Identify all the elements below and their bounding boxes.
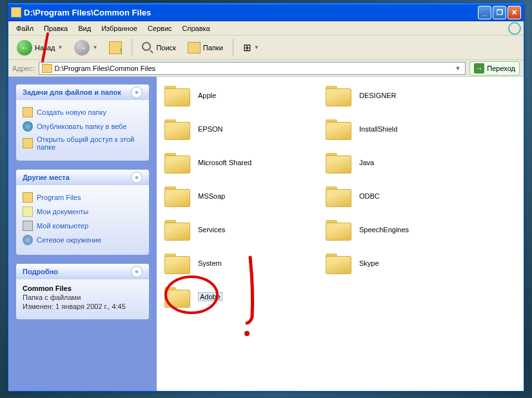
separator	[233, 39, 233, 57]
folder-label: SpeechEngines	[359, 226, 409, 234]
file-list[interactable]: AppleDESIGNEREPSONInstallShieldMicrosoft…	[157, 77, 524, 391]
folder-icon	[23, 192, 33, 203]
place-network[interactable]: Сетевое окружение	[23, 233, 143, 247]
folder-label: EPSON	[198, 125, 223, 133]
go-button[interactable]: → Переход	[469, 61, 520, 75]
details-title: Подробно	[23, 268, 58, 275]
folder-icon	[324, 184, 353, 208]
place-program-files[interactable]: Program Files	[23, 190, 143, 204]
share-icon	[23, 138, 33, 148]
collapse-icon[interactable]: «	[131, 172, 143, 183]
folder-item[interactable]: MSSoap	[163, 184, 318, 208]
folder-item[interactable]: Apple	[163, 83, 318, 108]
search-button[interactable]: Поиск	[137, 39, 180, 57]
menu-favorites[interactable]: Избранное	[96, 23, 143, 34]
address-label: Адрес:	[12, 65, 35, 72]
folder-item[interactable]: Microsoft Shared	[163, 150, 318, 175]
folder-icon	[324, 117, 353, 141]
folder-icon	[11, 7, 21, 17]
folder-label: Services	[198, 226, 225, 234]
network-icon	[23, 235, 33, 245]
details-header[interactable]: Подробно «	[16, 264, 149, 279]
svg-point-1	[244, 331, 250, 336]
menu-help[interactable]: Справка	[177, 23, 215, 34]
folder-icon	[324, 251, 353, 275]
window-title: D:\Program Files\Common Files	[24, 8, 478, 17]
new-folder-icon	[23, 107, 33, 117]
address-input[interactable]: D:\Program Files\Common Files ▼	[39, 62, 466, 75]
folder-icon	[163, 150, 192, 175]
folder-item[interactable]: System	[163, 251, 318, 275]
folder-icon	[324, 150, 353, 175]
up-folder-icon	[109, 41, 122, 54]
sidebar: Задачи для файлов и папок « Создать нову…	[8, 77, 157, 391]
folder-icon	[42, 64, 52, 73]
explorer-window: D:\Program Files\Common Files _ ❐ ✕ Файл…	[8, 3, 524, 392]
folder-label: DESIGNER	[359, 92, 396, 99]
separator	[132, 39, 132, 57]
maximize-button[interactable]: ❐	[493, 6, 506, 19]
chevron-down-icon: ▼	[254, 45, 259, 50]
go-arrow-icon: →	[474, 63, 484, 74]
back-button[interactable]: ← Назад ▼	[12, 37, 67, 59]
folder-item[interactable]: Adobe	[163, 284, 318, 309]
globe-icon	[23, 121, 33, 132]
folder-item[interactable]: SpeechEngines	[324, 217, 479, 242]
documents-icon	[23, 206, 33, 217]
folder-item[interactable]: Services	[163, 217, 318, 242]
menubar: Файл Правка Вид Избранное Сервис Справка	[8, 21, 524, 35]
tasks-header[interactable]: Задачи для файлов и папок «	[16, 85, 149, 100]
folder-item[interactable]: Skype	[324, 251, 479, 275]
folder-item[interactable]: DESIGNER	[324, 83, 479, 108]
folder-icon	[324, 217, 353, 242]
forward-button[interactable]: → ▼	[70, 37, 102, 59]
task-new-folder[interactable]: Создать новую папку	[23, 105, 143, 119]
titlebar[interactable]: D:\Program Files\Common Files _ ❐ ✕	[8, 3, 524, 21]
views-button[interactable]: ⊞ ▼	[239, 39, 264, 57]
collapse-icon[interactable]: «	[131, 86, 143, 98]
folder-label: Apple	[198, 92, 216, 99]
places-header[interactable]: Другие места «	[16, 170, 149, 185]
details-panel: Подробно « Common Files Папка с файлами …	[16, 264, 149, 319]
back-arrow-icon: ←	[17, 40, 32, 55]
folders-label: Папки	[203, 44, 223, 52]
toolbar: ← Назад ▼ → ▼ Поиск Папки ⊞ ▼	[8, 35, 524, 60]
folder-icon	[324, 83, 353, 108]
content-area: Задачи для файлов и папок « Создать нову…	[8, 77, 524, 391]
folder-item[interactable]: EPSON	[163, 117, 318, 141]
menu-view[interactable]: Вид	[73, 23, 96, 34]
chevron-down-icon[interactable]: ▼	[453, 65, 462, 72]
folder-label: Java	[359, 159, 374, 166]
folder-label: Skype	[359, 259, 379, 267]
folder-icon	[163, 117, 192, 141]
address-path: D:\Program Files\Common Files	[55, 65, 451, 72]
addressbar: Адрес: D:\Program Files\Common Files ▼ →…	[8, 60, 524, 77]
places-title: Другие места	[23, 174, 70, 181]
details-modified: Изменен: 1 января 2002 г., 4:45	[23, 303, 143, 310]
go-label: Переход	[487, 65, 515, 72]
task-publish[interactable]: Опубликовать папку в вебе	[23, 119, 143, 134]
collapse-icon[interactable]: «	[131, 266, 143, 277]
up-button[interactable]	[104, 38, 126, 57]
place-my-computer[interactable]: Мой компьютер	[23, 219, 143, 233]
close-button[interactable]: ✕	[507, 6, 521, 19]
views-icon: ⊞	[243, 42, 251, 54]
folder-item[interactable]: InstallShield	[324, 117, 479, 141]
details-type: Папка с файлами	[23, 294, 143, 301]
back-label: Назад	[35, 44, 55, 52]
task-share[interactable]: Открыть общий доступ к этой папке	[23, 134, 143, 153]
place-my-documents[interactable]: Мои документы	[23, 204, 143, 219]
minimize-button[interactable]: _	[478, 6, 491, 19]
folder-item[interactable]: ODBC	[324, 184, 479, 208]
search-label: Поиск	[156, 44, 175, 52]
folder-item[interactable]: Java	[324, 150, 479, 175]
folder-icon	[163, 284, 192, 309]
tasks-panel: Задачи для файлов и папок « Создать нову…	[16, 85, 149, 161]
computer-icon	[23, 221, 33, 231]
folder-icon	[163, 184, 192, 208]
menu-edit[interactable]: Правка	[39, 23, 73, 34]
menu-tools[interactable]: Сервис	[143, 23, 177, 34]
details-name: Common Files	[23, 284, 143, 292]
menu-file[interactable]: Файл	[11, 23, 39, 34]
folders-button[interactable]: Папки	[183, 39, 228, 57]
